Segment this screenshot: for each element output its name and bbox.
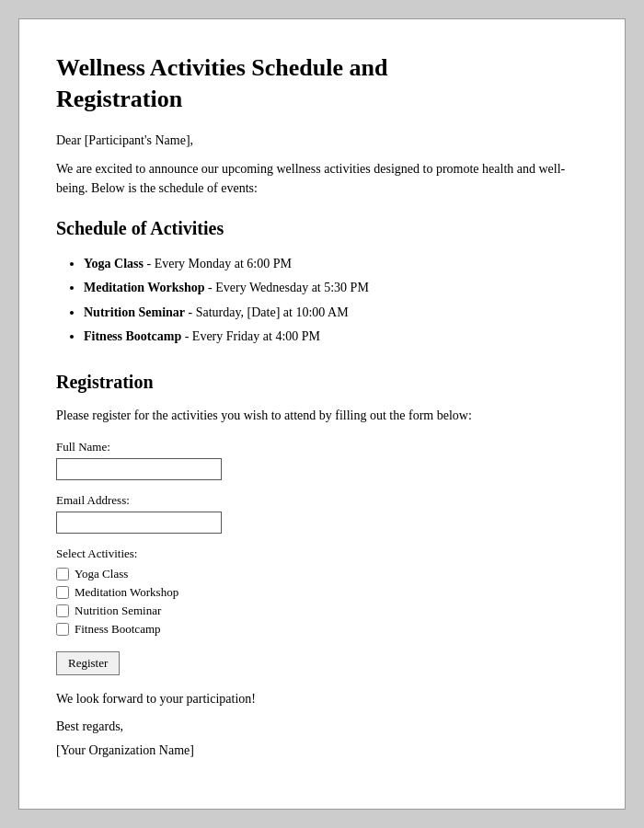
intro-text: We are excited to announce our upcoming …: [56, 159, 588, 198]
org-name: [Your Organization Name]: [56, 743, 588, 758]
activity-name: Meditation Workshop: [84, 281, 205, 294]
registration-heading: Registration: [56, 372, 588, 393]
activity-name: Yoga Class: [84, 257, 144, 270]
register-button[interactable]: Register: [56, 651, 120, 675]
checkbox-group: Yoga Class Meditation Workshop Nutrition…: [56, 567, 588, 637]
full-name-input[interactable]: [56, 458, 222, 480]
email-group: Email Address:: [56, 493, 588, 534]
select-activities-section: Select Activities: Yoga Class Meditation…: [56, 546, 588, 637]
page-container: Wellness Activities Schedule and Registr…: [18, 18, 626, 810]
checkbox-yoga[interactable]: Yoga Class: [56, 567, 588, 581]
list-item: Meditation Workshop - Every Wednesday at…: [84, 276, 588, 301]
full-name-label: Full Name:: [56, 440, 588, 454]
list-item: Fitness Bootcamp - Every Friday at 4:00 …: [84, 325, 588, 350]
activity-name: Nutrition Seminar: [84, 305, 185, 319]
select-activities-label: Select Activities:: [56, 546, 588, 561]
register-intro: Please register for the activities you w…: [56, 406, 588, 425]
activity-name: Fitness Bootcamp: [84, 329, 181, 343]
checkbox-yoga-input[interactable]: [56, 568, 69, 581]
checkbox-fitness-input[interactable]: [56, 623, 69, 636]
checkbox-meditation-input[interactable]: [56, 586, 69, 599]
list-item: Yoga Class - Every Monday at 6:00 PM: [84, 252, 588, 277]
checkbox-nutrition-input[interactable]: [56, 604, 69, 617]
activities-list: Yoga Class - Every Monday at 6:00 PM Med…: [84, 252, 588, 350]
checkbox-meditation[interactable]: Meditation Workshop: [56, 585, 588, 600]
checkbox-nutrition[interactable]: Nutrition Seminar: [56, 604, 588, 618]
email-label: Email Address:: [56, 493, 588, 508]
greeting: Dear [Participant's Name],: [56, 133, 588, 148]
list-item: Nutrition Seminar - Saturday, [Date] at …: [84, 301, 588, 326]
regards: Best regards,: [56, 719, 588, 734]
checkbox-fitness[interactable]: Fitness Bootcamp: [56, 622, 588, 637]
email-input[interactable]: [56, 512, 222, 534]
page-title: Wellness Activities Schedule and Registr…: [56, 52, 588, 115]
closing-text: We look forward to your participation!: [56, 692, 588, 707]
schedule-heading: Schedule of Activities: [56, 218, 588, 239]
registration-section: Registration Please register for the act…: [56, 372, 588, 758]
full-name-group: Full Name:: [56, 440, 588, 480]
